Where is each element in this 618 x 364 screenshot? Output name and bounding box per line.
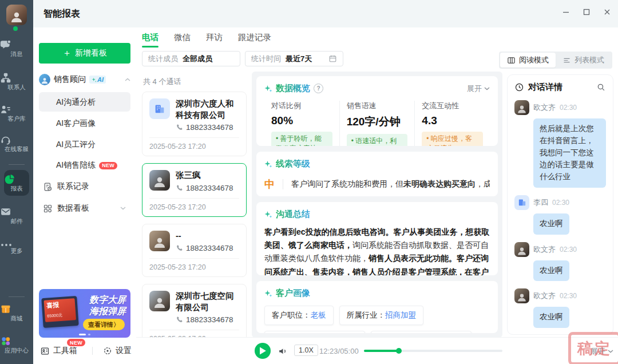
nav-item-ai-sales-training[interactable]: AI销售陪练 NEW (39, 156, 130, 175)
maximize-button[interactable] (583, 8, 591, 16)
expand-toggle[interactable]: 展开 (467, 84, 490, 94)
ai-badge: AI (89, 76, 106, 84)
sparkle-icon (264, 85, 272, 93)
app-rail: 消息 联系人 客户库 在线客服 报表 邮件 更多 商城 应用中心 (0, 0, 33, 364)
gear-icon (103, 346, 112, 355)
call-card-selected[interactable]: 张三疯 18823334678 2025-05-23 17:20 (142, 163, 247, 217)
metric-tag: 善于聆听，能激发客户表达 (271, 132, 332, 146)
sidebar-item-messages[interactable]: 消息 (0, 39, 33, 58)
metric-speech-speed: 销售语速 120字/分钟 语速适中，利于沟通 (339, 101, 415, 146)
audio-player-bar: 1.0X 12:23/05:00 展开 (136, 337, 618, 364)
search-icon[interactable] (596, 82, 606, 92)
close-button[interactable] (603, 8, 611, 16)
org-chart-icon (0, 72, 33, 84)
tab-visit[interactable]: 拜访 (206, 32, 223, 48)
nav-group-sales-advisor[interactable]: 销售顾问 AI (39, 70, 130, 89)
metric-tag: 语速适中，利于沟通 (347, 134, 408, 146)
tab-phone[interactable]: 电话 (142, 32, 159, 48)
help-icon[interactable] (314, 84, 323, 93)
add-board-button[interactable]: ＋ 新增看板 (39, 43, 130, 64)
metric-interactivity: 交流互动性 4.3 响应过慢，客户易流失 (414, 101, 490, 146)
read-mode-button[interactable]: 阅读模式 (500, 53, 556, 68)
tab-followup[interactable]: 跟进记录 (238, 32, 271, 48)
calendar-icon (328, 54, 337, 63)
sidebar-item-more[interactable]: 更多 (0, 243, 33, 255)
play-button[interactable] (255, 343, 271, 359)
sidebar-item-contacts[interactable]: 联系人 (0, 72, 33, 92)
promo-tv-image: 喜报 65000元 (41, 296, 78, 328)
lead-level-card: 线索等级 中 客户询问了系统功能和费用，但未明确表达购买意向，成交可能 (256, 152, 498, 196)
member-filter[interactable]: 统计成员 全部成员 (142, 51, 240, 66)
call-card[interactable]: 深圳市七度空间有限公司 18823334678 2025-05-23 17:20 (142, 284, 247, 338)
sidebar-item-label: 客户库 (0, 115, 33, 123)
banner-title-line1: 数字大屏 (89, 294, 126, 306)
main-area: 电话 微信 拜访 跟进记录 统计成员 全部成员 统计时间 最近7天 阅读模式 列… (136, 27, 618, 364)
rail-divider (9, 164, 25, 165)
chevron-down-icon (120, 207, 126, 210)
envelope-icon (0, 206, 33, 217)
sidebar-item-mall[interactable]: 商城 (0, 303, 33, 323)
minimize-button[interactable] (562, 8, 570, 16)
nav-item-ai-customer-portrait[interactable]: AI客户画像 (39, 113, 130, 133)
metric-tag: 响应过慢，客户易流失 (422, 132, 483, 146)
sidebar-item-reports[interactable]: 报表 (4, 170, 29, 196)
nav-group-label: 销售顾问 (54, 74, 86, 85)
toolbox-button[interactable]: 工具箱 NEW (40, 346, 77, 356)
portrait-chip-position: 客户职位：老板 (264, 306, 334, 325)
settings-button[interactable]: 设置 (103, 346, 132, 356)
banner-cta-button[interactable]: 查看详情〉 (83, 319, 125, 330)
footer-divider (92, 347, 93, 355)
view-mode-toggle: 阅读模式 列表模式 (499, 52, 612, 69)
chat-message: 李四 02:30 农业啊 (514, 195, 606, 235)
sidebar-item-online-service[interactable]: 在线客服 (0, 134, 33, 153)
nav-item-ai-communication[interactable]: AI沟通分析 (39, 92, 130, 112)
sidebar-item-customer-base[interactable]: 客户库 (0, 104, 33, 123)
chat-bubble: 农业啊 (533, 260, 569, 282)
list-mode-button[interactable]: 列表模式 (556, 53, 611, 68)
section-title: 数据概览 (276, 83, 310, 94)
clock-icon (514, 82, 524, 92)
chat-bubble: 然后就是上次您在抖音留言上，我想问一下您这边的话主要是做什么行业 (533, 118, 606, 188)
player-expand-toggle[interactable]: 展开 (591, 346, 613, 357)
chevron-up-icon (125, 78, 130, 81)
list-icon (562, 56, 571, 65)
summary-text: 客户看到ec投放的信息后致电咨询。客户从事美团业务，想获取美团、饿了么商家电话，… (264, 225, 490, 275)
call-time: 2025-05-23 17:20 (149, 198, 239, 216)
customer-portrait-card: 客户画像 客户职位：老板 所属行业：招商加盟 (256, 281, 498, 333)
nav-item-ai-employee-score[interactable]: AI员工评分 (39, 134, 130, 154)
banner-title-line2: 海报弹屏 (89, 306, 126, 318)
avatar (149, 170, 170, 191)
user-avatar[interactable] (6, 5, 27, 25)
data-overview-card: 数据概览 展开 对话比例 80% 善于聆听，能激发客户表达 销售语速 120字/… (256, 76, 498, 146)
call-time: 2025-05-23 17:20 (149, 137, 239, 156)
portrait-chip-industry: 所属行业：招商加盟 (339, 306, 424, 325)
sidebar-item-mail[interactable]: 邮件 (0, 206, 33, 225)
nav-link-contact-records[interactable]: 联系记录 (39, 177, 130, 196)
company-avatar (149, 98, 170, 119)
chat-message: 欧文齐 02:30 然后就是上次您在抖音留言上，我想问一下您这边的话主要是做什么… (514, 100, 606, 188)
sidebar-item-app-center[interactable]: 应用中心 (0, 335, 33, 355)
promo-banner[interactable]: 喜报 65000元 数字大屏 海报弹屏 查看详情〉 (39, 289, 130, 338)
person-icon (10, 8, 23, 25)
toolbox-icon (40, 346, 50, 356)
new-badge: NEW (67, 339, 85, 346)
playback-speed-button[interactable]: 1.0X (294, 345, 318, 356)
progress-track[interactable] (364, 350, 502, 352)
tab-wechat[interactable]: 微信 (174, 32, 191, 48)
app-center-icon (0, 335, 33, 347)
progress-knob[interactable] (396, 348, 402, 354)
time-filter[interactable]: 统计时间 最近7天 (245, 51, 343, 66)
lead-level-value: 中 (264, 177, 275, 191)
new-badge: NEW (99, 162, 117, 169)
call-card[interactable]: 深圳市六度人和科技有限公司 18823334678 2025-05-23 17:… (142, 92, 247, 156)
section-title: 沟通总结 (276, 209, 310, 220)
carousel-dots (39, 334, 130, 336)
pie-chart-icon (4, 173, 29, 185)
speaker-icon[interactable] (278, 346, 288, 357)
call-card[interactable]: -- 18823334678 2025-05-23 17:20 (142, 224, 247, 278)
avatar (514, 242, 529, 257)
call-list: 共 4 个通话 深圳市六度人和科技有限公司 18823334678 2025-0… (142, 72, 247, 338)
nav-link-data-dashboard[interactable]: 数据看板 (39, 199, 130, 217)
page-title: 智能报表 (43, 8, 80, 20)
avatar (39, 74, 50, 85)
